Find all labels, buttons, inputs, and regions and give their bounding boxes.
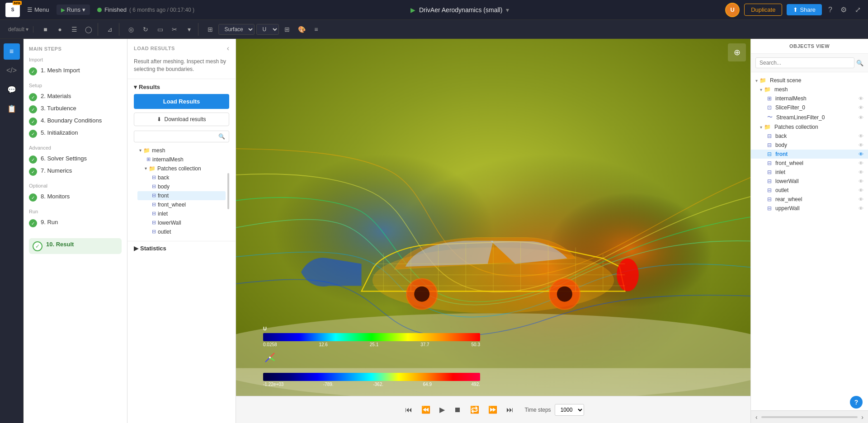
project-title[interactable]: ▶ DrivAer Aerodynamics (small) ▾ bbox=[202, 6, 718, 14]
tree-item-front-wheel[interactable]: ⊟ front_wheel bbox=[137, 200, 226, 209]
tree-search-box[interactable]: 🔍 bbox=[134, 131, 229, 142]
step-back-button[interactable]: ⏪ bbox=[419, 404, 433, 416]
app-logo[interactable]: S beta bbox=[5, 3, 20, 17]
tree-item-mesh[interactable]: ▾ 📁 mesh bbox=[137, 146, 226, 155]
camera-button[interactable]: ◎ bbox=[125, 23, 137, 36]
eye-icon-inlet[interactable]: 👁 bbox=[859, 169, 863, 175]
viewport[interactable]: ⊕ U 0.0258 12.6 25.1 37.7 50.3 bbox=[236, 39, 750, 423]
expand-icon[interactable]: ⤢ bbox=[853, 4, 863, 16]
skip-to-end-button[interactable]: ⏭ bbox=[504, 404, 516, 416]
rp-item-front-wheel[interactable]: ⊟ front_wheel 👁 bbox=[751, 159, 868, 168]
eye-icon-rear-wheel[interactable]: 👁 bbox=[859, 197, 863, 202]
play-button[interactable]: ▶ bbox=[437, 404, 448, 416]
sphere-button[interactable]: ● bbox=[53, 23, 66, 36]
table-button[interactable]: ⊞ bbox=[281, 23, 293, 36]
tree-item-lowerWall[interactable]: ⊟ lowerWall bbox=[137, 218, 226, 227]
duplicate-button[interactable]: Duplicate bbox=[744, 4, 782, 16]
step-item-3[interactable]: ✓ 3. Turbulence bbox=[29, 103, 122, 115]
eye-icon-back[interactable]: 👁 bbox=[859, 133, 863, 139]
eye-icon-lowerWall[interactable]: 👁 bbox=[859, 179, 863, 184]
results-section-header[interactable]: ▾ Results bbox=[134, 84, 229, 90]
eye-icon-streamlines[interactable]: 👁 bbox=[859, 115, 863, 120]
filter-button[interactable]: ⊿ bbox=[104, 23, 116, 36]
nav-book-icon[interactable]: 📋 bbox=[4, 100, 20, 117]
palette-button[interactable]: 🎨 bbox=[295, 23, 308, 36]
rp-item-back[interactable]: ⊟ back 👁 bbox=[751, 132, 868, 141]
scrollbar[interactable] bbox=[227, 173, 229, 209]
rp-item-lowerWall[interactable]: ⊟ lowerWall 👁 bbox=[751, 177, 868, 186]
loop-button[interactable]: 🔁 bbox=[467, 404, 482, 416]
step-item-5[interactable]: ✓ 5. Initialization bbox=[29, 127, 122, 140]
tree-item-patches[interactable]: ▾ 📁 Patches collection bbox=[137, 164, 226, 173]
eye-icon-body[interactable]: 👁 bbox=[859, 142, 863, 148]
rp-item-front[interactable]: ⊟ front 👁 bbox=[751, 150, 868, 159]
rp-item-mesh[interactable]: ▾ 📁 mesh bbox=[751, 85, 868, 94]
step-item-9[interactable]: ✓ 9. Run bbox=[29, 217, 122, 229]
rp-item-result-scene[interactable]: ▾ 📁 Result scene bbox=[751, 76, 868, 85]
time-steps-select[interactable]: 1000 bbox=[555, 404, 584, 416]
skip-to-start-button[interactable]: ⏮ bbox=[402, 404, 415, 416]
tree-item-back[interactable]: ⊟ back bbox=[137, 173, 226, 182]
list-button[interactable]: ≡ bbox=[310, 23, 322, 36]
rp-item-sliceFilter[interactable]: ⊡ SliceFilter_0 👁 bbox=[751, 103, 868, 112]
tree-item-front[interactable]: ⊟ front bbox=[137, 191, 226, 200]
frame-button[interactable]: ▭ bbox=[154, 23, 166, 36]
orientation-cube[interactable]: ⊕ bbox=[728, 43, 746, 61]
rp-item-internalMesh[interactable]: ⊞ internalMesh 👁 bbox=[751, 94, 868, 103]
step-item-4[interactable]: ✓ 4. Boundary Conditions bbox=[29, 115, 122, 127]
runs-dropdown[interactable]: ▶ Runs ▾ bbox=[57, 5, 90, 15]
step-forward-button[interactable]: ⏩ bbox=[486, 404, 500, 416]
eye-icon-front-wheel[interactable]: 👁 bbox=[859, 160, 863, 166]
tree-item-internalMesh[interactable]: ⊞ internalMesh bbox=[137, 155, 226, 164]
more-button[interactable]: ▾ bbox=[183, 23, 195, 36]
rp-item-body[interactable]: ⊟ body 👁 bbox=[751, 141, 868, 150]
rp-item-outlet[interactable]: ⊟ outlet 👁 bbox=[751, 186, 868, 195]
settings-icon[interactable]: ⚙ bbox=[839, 4, 849, 16]
rp-item-upperWall[interactable]: ⊟ upperWall 👁 bbox=[751, 204, 868, 213]
rotate-button[interactable]: ↻ bbox=[139, 23, 152, 36]
tree-item-outlet[interactable]: ⊟ outlet bbox=[137, 227, 226, 236]
scissors-button[interactable]: ✂ bbox=[168, 23, 181, 36]
objects-view-search[interactable]: 🔍 bbox=[751, 54, 868, 72]
download-results-button[interactable]: ⬇ Download results bbox=[134, 113, 229, 126]
step-item-10[interactable]: 10. Result bbox=[29, 238, 122, 254]
share-button[interactable]: ⬆ Share bbox=[787, 4, 822, 15]
menu-button[interactable]: ☰ Menu bbox=[27, 6, 49, 13]
eye-icon-upperWall[interactable]: 👁 bbox=[859, 206, 863, 211]
step-item-6[interactable]: ✓ 6. Solver Settings bbox=[29, 153, 122, 165]
rp-item-inlet[interactable]: ⊟ inlet 👁 bbox=[751, 168, 868, 177]
eye-icon-sliceFilter[interactable]: 👁 bbox=[859, 105, 863, 110]
circle-button[interactable]: ◯ bbox=[82, 23, 95, 36]
nav-steps-icon[interactable]: ≡ bbox=[4, 43, 20, 60]
surface-select[interactable]: Surface bbox=[218, 24, 255, 35]
rp-scrollbar[interactable] bbox=[761, 416, 858, 418]
load-results-button[interactable]: Load Results bbox=[134, 94, 229, 109]
rp-expand-right[interactable]: › bbox=[859, 413, 865, 422]
field-select[interactable]: U bbox=[256, 24, 279, 35]
step-item-8[interactable]: ✓ 8. Monitors bbox=[29, 191, 122, 203]
step-item-1[interactable]: ✓ 1. Mesh Import bbox=[29, 65, 122, 77]
help-icon[interactable]: ? bbox=[826, 4, 834, 16]
cube-button[interactable]: ■ bbox=[39, 23, 52, 36]
rp-collapse-left[interactable]: ‹ bbox=[754, 413, 760, 422]
eye-icon-outlet[interactable]: 👁 bbox=[859, 188, 863, 193]
lrp-collapse-icon[interactable]: ‹ bbox=[227, 44, 229, 52]
nav-chat-icon[interactable]: 💬 bbox=[4, 81, 20, 98]
tree-item-inlet[interactable]: ⊟ inlet bbox=[137, 209, 226, 218]
rp-item-streamlines[interactable]: 〜 StreamLinesFilter_0 👁 bbox=[751, 112, 868, 122]
eye-icon-internalMesh[interactable]: 👁 bbox=[859, 96, 863, 101]
objects-search-input[interactable] bbox=[755, 57, 854, 68]
rp-item-patches[interactable]: ▾ 📁 Patches collection bbox=[751, 122, 868, 132]
help-button[interactable]: ? bbox=[850, 396, 863, 409]
tree-search-input[interactable] bbox=[138, 133, 218, 140]
stop-button[interactable]: ⏹ bbox=[451, 404, 464, 416]
nav-code-icon[interactable]: </> bbox=[4, 62, 20, 79]
statistics-section[interactable]: ▶ Statistics bbox=[127, 241, 236, 255]
step-item-2[interactable]: ✓ 2. Materials bbox=[29, 91, 122, 103]
eye-icon-front[interactable]: 👁 bbox=[859, 151, 863, 157]
display-mode-button[interactable]: ⊞ bbox=[204, 23, 217, 36]
rp-item-rear-wheel[interactable]: ⊟ rear_wheel 👁 bbox=[751, 195, 868, 204]
step-item-7[interactable]: ✓ 7. Numerics bbox=[29, 165, 122, 178]
tree-item-body[interactable]: ⊟ body bbox=[137, 182, 226, 191]
grid-button[interactable]: ☰ bbox=[68, 23, 80, 36]
